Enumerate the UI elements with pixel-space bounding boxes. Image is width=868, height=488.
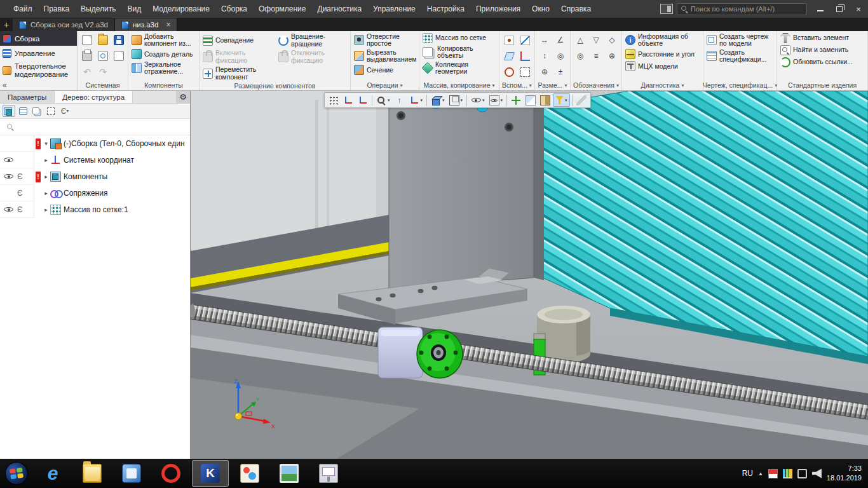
create-drawing-button[interactable]: Создать чертеж по модели xyxy=(705,32,775,48)
tree-view-structure-button[interactable] xyxy=(3,105,15,117)
taskbar-presentation-button[interactable] xyxy=(310,460,347,487)
print-button[interactable] xyxy=(80,49,94,63)
undo-button[interactable]: ↶ xyxy=(80,65,94,79)
twisty-collapsed-icon[interactable]: ▸ xyxy=(42,207,50,213)
panel-toggle-icon[interactable] xyxy=(660,4,673,14)
taskbar-paint-button[interactable] xyxy=(231,460,268,487)
move-part-button[interactable] xyxy=(509,93,523,107)
tab-parameters[interactable]: Параметры xyxy=(0,91,55,103)
tray-expand-icon[interactable]: ▲ xyxy=(758,471,763,477)
taskbar-photos-button[interactable] xyxy=(271,460,308,487)
command-search[interactable] xyxy=(677,3,807,15)
hide-objects-button[interactable]: ▾ xyxy=(469,93,487,107)
menu-modeling[interactable]: Моделирование xyxy=(147,0,215,18)
open-document-button[interactable] xyxy=(96,33,110,47)
close-button[interactable]: × xyxy=(849,0,868,18)
tree-row-assembly[interactable]: ! ▾ (-)Сборка (Тел-0, Сборочных един xyxy=(0,135,190,152)
diameter-dimension-button[interactable]: ⊕ xyxy=(538,65,552,79)
menu-edit[interactable]: Правка xyxy=(38,0,76,18)
designation-roughness-button[interactable]: △ xyxy=(573,33,587,47)
snap-grid-button[interactable] xyxy=(327,93,341,107)
minimize-button[interactable] xyxy=(811,0,830,18)
twisty-expanded-icon[interactable]: ▾ xyxy=(42,140,50,147)
taskbar-kompas-button[interactable]: K xyxy=(192,460,229,487)
local-cs-button[interactable] xyxy=(341,93,355,107)
menu-diagnostics[interactable]: Диагностика xyxy=(312,0,368,18)
document-properties-button[interactable] xyxy=(112,49,126,63)
volume-icon[interactable] xyxy=(812,469,822,478)
designation-position-button[interactable]: ⊕ xyxy=(605,49,619,63)
coordinate-axes-button[interactable] xyxy=(356,93,370,107)
tree-select-frame-button[interactable] xyxy=(44,105,57,117)
move-component-button[interactable]: Переместить компонент xyxy=(201,65,276,81)
taskbar-opera-button[interactable] xyxy=(153,460,189,487)
angle-dimension-button[interactable]: ∠ xyxy=(553,33,567,47)
visibility-eye-icon[interactable] xyxy=(4,172,13,181)
mounting-plate-part[interactable] xyxy=(389,97,544,289)
exclude-icon[interactable]: Є xyxy=(17,206,23,214)
tree-row-components[interactable]: Є ! ▸ Компоненты xyxy=(0,168,190,185)
tray-flag-icon[interactable] xyxy=(768,469,778,478)
tree-pin-button[interactable] xyxy=(31,105,43,117)
tree-view-list-button[interactable] xyxy=(17,105,29,117)
menu-layout[interactable]: Оформление xyxy=(253,0,311,18)
cut-extrude-button[interactable]: Вырезать выдавливанием xyxy=(353,48,417,64)
designation-leader-button[interactable]: ◇ xyxy=(605,33,619,47)
twisty-collapsed-icon[interactable]: ▸ xyxy=(42,190,50,196)
new-document-button[interactable] xyxy=(80,33,94,47)
save-button[interactable] xyxy=(112,33,126,47)
mass-properties-button[interactable]: МЦХ модели xyxy=(624,60,701,72)
section-view-button[interactable] xyxy=(538,93,552,107)
taskbar-explorer-button[interactable] xyxy=(74,460,111,487)
create-part-button[interactable]: Создать деталь xyxy=(130,48,197,60)
create-specification-button[interactable]: Создать спецификаци... xyxy=(705,48,775,64)
reorient-button[interactable]: ▾ xyxy=(407,93,425,107)
rotation-rotation-button[interactable]: Вращение-вращение xyxy=(277,32,348,48)
group-label-designations[interactable]: Обозначения▾ xyxy=(573,80,620,90)
flange-bearing-part[interactable] xyxy=(417,330,463,378)
designation-datum-button[interactable]: ▽ xyxy=(589,33,603,47)
menu-view[interactable]: Вид xyxy=(121,0,147,18)
clip-region-button[interactable] xyxy=(524,93,538,107)
tree-row-coordinate-systems[interactable]: ▸ Системы координат xyxy=(0,152,190,168)
group-label-operations[interactable]: Операции▾ xyxy=(353,80,417,90)
find-replace-button[interactable]: Найти и заменить xyxy=(779,44,865,56)
zoom-in-button[interactable]: ↑ xyxy=(393,93,407,107)
mode-assembly[interactable]: Сборка xyxy=(0,31,77,46)
redo-button[interactable]: ↷ xyxy=(96,65,110,79)
twisty-collapsed-icon[interactable]: ▸ xyxy=(42,173,50,180)
tree-row-mates[interactable]: Є ▸ Сопряжения xyxy=(0,185,190,201)
add-component-button[interactable]: Добавить компонент из... xyxy=(130,32,197,48)
panel-settings-button[interactable]: ⚙ xyxy=(176,91,190,103)
mode-solid-modeling[interactable]: Твердотельное моделирование xyxy=(0,60,77,80)
group-label-dimensions[interactable]: Разме...▾ xyxy=(537,80,568,90)
object-info-button[interactable]: Информация об объекте xyxy=(624,32,701,48)
grid-array-button[interactable]: Массив по сетке xyxy=(421,32,497,44)
menu-file[interactable]: Файл xyxy=(8,0,38,18)
maximize-button[interactable] xyxy=(830,0,849,18)
orientation-cube-button[interactable]: ▾ xyxy=(429,93,447,107)
designation-equiv-button[interactable]: ≡ xyxy=(589,49,603,63)
group-label-auxiliary[interactable]: Вспом...▾ xyxy=(501,80,532,90)
aux-point-button[interactable] xyxy=(502,33,516,47)
language-indicator[interactable]: RU xyxy=(742,469,753,478)
linear-dimension-button[interactable]: ↔ xyxy=(538,33,552,47)
exclude-icon[interactable]: Є xyxy=(17,173,23,180)
mode-management[interactable]: Управление xyxy=(0,46,77,60)
tree-row-grid-array[interactable]: Є ▸ Массив по сетке:1 xyxy=(0,201,190,218)
ribbon-collapse-button[interactable]: « xyxy=(3,81,7,90)
display-mode-button[interactable]: ▾ xyxy=(447,93,465,107)
tray-display-icon[interactable] xyxy=(797,469,807,478)
geometry-collection-button[interactable]: Коллекция геометрии xyxy=(421,60,497,76)
tray-chart-icon[interactable] xyxy=(783,469,792,478)
tab-assembly-v2[interactable]: Сборка оси зед V2.a3d xyxy=(13,18,115,31)
hide-in-components-button[interactable]: ▾ xyxy=(487,93,505,107)
designation-mark-button[interactable]: ◎ xyxy=(573,49,587,63)
update-links-button[interactable]: Обновить ссылки... xyxy=(779,57,865,68)
menu-assembly[interactable]: Сборка xyxy=(215,0,253,18)
disable-fixation-button[interactable]: Отключить фиксацию xyxy=(277,49,348,64)
tab-close-icon[interactable]: × xyxy=(166,20,170,29)
section-button[interactable]: Сечение xyxy=(353,64,417,76)
visibility-eye-icon[interactable] xyxy=(4,156,13,165)
3d-scene[interactable]: Z X Y xyxy=(191,91,868,459)
